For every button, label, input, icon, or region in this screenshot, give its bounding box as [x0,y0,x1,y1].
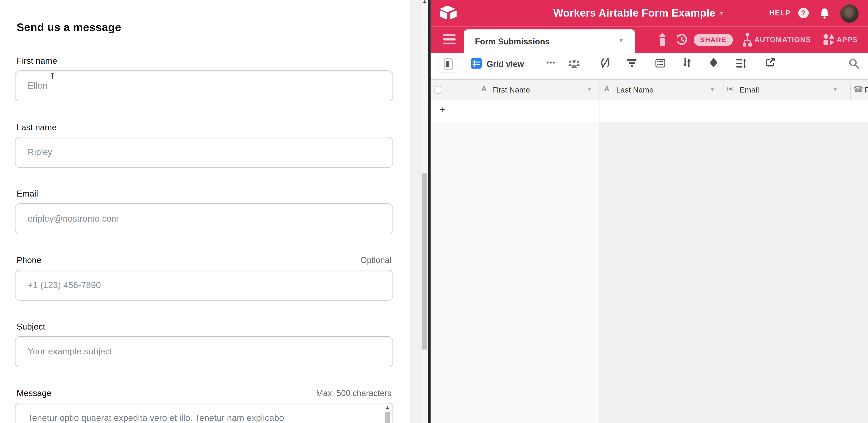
view-sidebar-toggle-button[interactable] [438,55,458,73]
browser-scrollbar[interactable]: ▲ [422,0,428,423]
text-field-type-icon: A [604,85,610,93]
add-record-plus-icon[interactable]: + [439,105,445,116]
email-placeholder: eripley@nostromo.com [28,214,119,224]
help-question-icon[interactable]: ? [798,8,809,19]
table-tab-caret-icon[interactable]: ▾ [619,36,623,44]
history-icon[interactable] [676,34,688,46]
automations-icon[interactable] [742,33,752,47]
user-avatar[interactable] [840,4,858,22]
first-name-label: First name [17,55,57,67]
phone-field: Phone Optional +1 (123) 456-7890 [15,254,393,301]
last-name-placeholder: Ripley [28,147,52,157]
first-name-input[interactable]: Ellen [15,70,393,101]
table-tab-form-submissions[interactable]: Form Submissions ▾ [464,29,635,53]
email-input[interactable]: eripley@nostromo.com [15,203,393,234]
first-name-placeholder: Ellen [28,81,48,91]
column-caret-icon[interactable]: ▾ [711,86,714,93]
textarea-scroll-thumb[interactable] [385,412,390,423]
trash-icon[interactable] [658,33,666,47]
view-toolbar: Grid view ••• [430,53,868,80]
add-record-row[interactable]: + [430,100,868,122]
share-view-icon[interactable] [766,58,775,67]
menu-hamburger-icon[interactable] [443,34,456,47]
subject-field: Subject Your example subject [15,321,393,367]
column-header-first-name[interactable]: A First Name ▾ [430,80,599,100]
screen: Send us a message First name Ellen Last … [0,0,868,423]
row-height-icon[interactable] [736,59,746,68]
contact-form-pane: Send us a message First name Ellen Last … [0,0,410,423]
window-divider [428,0,430,423]
scroll-up-arrow-icon[interactable]: ▲ [384,404,391,411]
message-field: Message Max. 500 characters Tenetur opti… [15,387,393,423]
last-name-label: Last name [17,121,57,133]
subject-input[interactable]: Your example subject [15,336,393,367]
column-caret-icon[interactable]: ▾ [834,86,837,93]
view-name[interactable]: Grid view [487,59,524,69]
grid-view-icon[interactable] [471,58,482,68]
message-max-note: Max. 500 characters [316,387,392,399]
sort-icon[interactable] [683,58,691,67]
airtable-pane: Workers Airtable Form Example ▾ HELP ? F… [430,0,868,423]
collaborators-icon[interactable] [568,59,580,68]
column-header-email[interactable]: ✉ Email ▾ [723,80,850,100]
hide-fields-icon[interactable] [600,58,610,68]
phone-field-type-icon: ☎ [853,85,863,94]
airtable-topbar: Workers Airtable Form Example ▾ HELP ? [430,0,868,27]
search-icon[interactable] [849,58,859,69]
email-label: Email [17,188,38,200]
phone-input[interactable]: +1 (123) 456-7890 [15,270,393,301]
apps-icon[interactable] [823,34,835,46]
phone-placeholder: +1 (123) 456-7890 [28,280,101,290]
message-label: Message [17,387,51,399]
textarea-scrollbar[interactable]: ▲ [384,404,391,423]
grid-header-row: A First Name ▾ A Last Name ▾ ✉ Email ▾ ☎… [430,80,868,100]
message-textarea[interactable]: Tenetur optio quaerat expedita vero et i… [15,403,393,423]
toolbar-divider [587,55,587,73]
email-field-type-icon: ✉ [727,85,734,94]
column-caret-icon[interactable]: ▾ [588,86,591,93]
email-field: Email eripley@nostromo.com [15,188,393,234]
airtable-logo-icon[interactable] [439,5,457,21]
airtable-tabbar: Form Submissions ▾ SHARE [430,27,868,53]
column-header-phone[interactable]: ☎ Phone [850,80,868,100]
apps-button[interactable]: APPS [837,35,858,44]
subject-label: Subject [17,321,45,333]
notifications-bell-icon[interactable] [819,8,830,19]
page-title: Send us a message [17,19,393,35]
phone-optional-note: Optional [361,254,391,267]
subject-placeholder: Your example subject [28,347,112,357]
text-field-type-icon: A [481,85,487,93]
scrollbar-thumb[interactable] [422,173,427,350]
view-options-ellipsis-icon[interactable]: ••• [547,58,556,66]
column-header-last-name[interactable]: A Last Name ▾ [599,80,723,100]
color-icon[interactable] [709,58,719,68]
help-button[interactable]: HELP [769,9,790,17]
first-name-field: First name Ellen [15,55,393,101]
filter-icon[interactable] [627,59,637,67]
base-title[interactable]: Workers Airtable Form Example [553,7,715,19]
scrollbar-up-arrow-icon[interactable]: ▲ [422,0,428,4]
share-button[interactable]: SHARE [694,34,733,46]
grid-empty-area [430,122,868,423]
message-text: Tenetur optio quaerat expedita vero et i… [28,413,284,423]
group-icon[interactable] [655,58,665,67]
last-name-field: Last name Ripley [15,121,393,168]
last-name-input[interactable]: Ripley [15,137,393,168]
page-gutter [410,0,422,423]
base-title-caret-icon[interactable]: ▾ [720,10,723,17]
text-cursor-icon: I [51,72,54,81]
phone-label: Phone [17,254,41,267]
automations-button[interactable]: AUTOMATIONS [754,35,811,44]
